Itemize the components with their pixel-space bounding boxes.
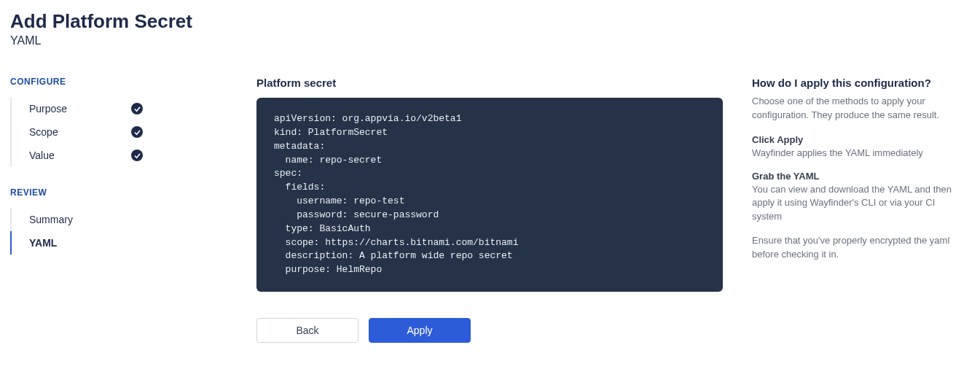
check-icon bbox=[131, 103, 143, 115]
sidebar-item-label: Scope bbox=[29, 126, 58, 138]
sidebar-item-summary[interactable]: Summary bbox=[12, 208, 143, 231]
back-button[interactable]: Back bbox=[256, 318, 358, 343]
help-title: How do I apply this configuration? bbox=[752, 77, 963, 89]
check-icon bbox=[131, 150, 143, 161]
sidebar-item-yaml[interactable]: YAML bbox=[10, 231, 141, 255]
review-section-label: REVIEW bbox=[10, 187, 256, 198]
button-row: Back Apply bbox=[256, 318, 723, 343]
help-grab-yaml-text: You can view and download the YAML and t… bbox=[752, 183, 963, 225]
sidebar-item-purpose[interactable]: Purpose bbox=[12, 97, 143, 120]
sidebar-item-label: Purpose bbox=[29, 103, 67, 115]
apply-button[interactable]: Apply bbox=[369, 318, 471, 343]
sidebar-item-label: Value bbox=[29, 150, 55, 161]
help-click-apply-text: Wayfinder applies the YAML immediately bbox=[752, 147, 963, 160]
page-title: Add Platform Secret bbox=[10, 10, 970, 33]
help-grab-yaml-title: Grab the YAML bbox=[752, 171, 963, 182]
page-subtitle: YAML bbox=[10, 34, 970, 47]
help-panel: How do I apply this configuration? Choos… bbox=[723, 77, 963, 343]
main-content: Platform secret apiVersion: org.appvia.i… bbox=[256, 77, 723, 343]
help-intro: Choose one of the methods to apply your … bbox=[752, 95, 963, 123]
help-footer: Ensure that you've properly encrypted th… bbox=[752, 234, 963, 262]
configure-section-label: CONFIGURE bbox=[10, 77, 256, 87]
platform-secret-heading: Platform secret bbox=[256, 77, 723, 89]
check-icon bbox=[131, 126, 143, 138]
help-click-apply-title: Click Apply bbox=[752, 134, 963, 145]
sidebar-item-label: Summary bbox=[29, 214, 73, 225]
sidebar-item-value[interactable]: Value bbox=[12, 144, 143, 167]
sidebar-item-scope[interactable]: Scope bbox=[12, 120, 143, 144]
sidebar: CONFIGURE Purpose Scope Value bbox=[10, 77, 256, 343]
yaml-code-block: apiVersion: org.appvia.io/v2beta1 kind: … bbox=[256, 98, 723, 292]
sidebar-item-label: YAML bbox=[29, 237, 57, 249]
